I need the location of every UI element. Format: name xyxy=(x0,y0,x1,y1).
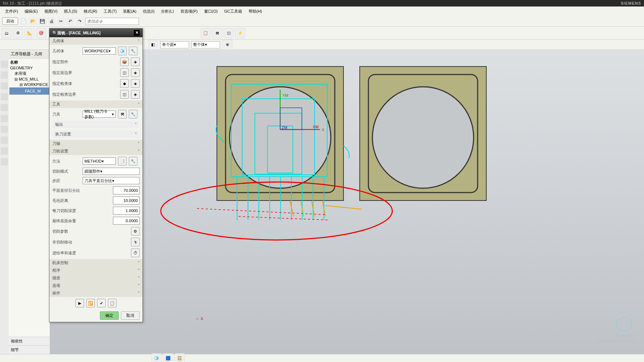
save-icon[interactable]: 💾 xyxy=(38,17,46,25)
toolchange-subheader[interactable]: 换刀设置˅ xyxy=(52,130,140,138)
status-icon2[interactable]: 🟦 xyxy=(163,353,173,362)
menu-tools[interactable]: 工具(T) xyxy=(101,8,119,15)
print-icon[interactable]: 🖨 xyxy=(48,17,56,25)
machining-feature-navigator-icon[interactable] xyxy=(1,158,8,165)
snap-point-icon[interactable]: ⊕ xyxy=(222,40,232,50)
launch-button[interactable]: 启动 xyxy=(2,17,18,25)
menu-analysis[interactable]: 分析(L) xyxy=(158,8,176,15)
section-program[interactable]: 程序˅ xyxy=(49,267,143,274)
tool-select[interactable]: MILL (铣刀-5 参数) ▾ xyxy=(83,111,116,118)
edit-method-icon[interactable]: 📑 xyxy=(118,157,127,165)
specify-face-boundary-label: 指定面边界 xyxy=(52,70,80,76)
tab-dependencies[interactable]: 相依性 xyxy=(9,337,50,345)
generate-icon[interactable]: ▶ xyxy=(75,299,84,307)
machine-tool-view-icon[interactable]: ⚙ xyxy=(13,28,23,38)
status-icon1[interactable]: 🧊 xyxy=(152,353,162,362)
process-studio-icon[interactable] xyxy=(1,137,8,144)
create-operation-icon[interactable]: ⚡ xyxy=(235,28,245,38)
redo-icon[interactable]: ↷ xyxy=(76,17,84,25)
percent-input[interactable] xyxy=(113,186,140,194)
menu-file[interactable]: 文件(F) xyxy=(2,8,21,15)
depth-per-cut-input[interactable] xyxy=(113,207,140,215)
replay-icon[interactable]: 🔁 xyxy=(86,299,95,307)
display-check-icon[interactable]: ◈ xyxy=(131,79,140,88)
ok-button[interactable]: 确定 xyxy=(100,311,119,320)
menu-assembly[interactable]: 装配(A) xyxy=(120,8,139,15)
cut-icon[interactable]: ✂ xyxy=(57,17,65,25)
selection-filter-select[interactable]: 整个体 ▾ xyxy=(191,41,220,48)
status-icon3[interactable]: 🧮 xyxy=(175,353,185,362)
select-face-boundary-icon[interactable]: ◫ xyxy=(120,68,129,77)
undo-icon[interactable]: ↶ xyxy=(66,17,74,25)
select-check-icon[interactable]: ◆ xyxy=(120,79,129,88)
machining-wizard-icon[interactable] xyxy=(1,147,8,155)
stepover-select[interactable]: 刀具平直百分比 ▾ xyxy=(83,177,140,184)
search-command-input[interactable] xyxy=(85,18,139,25)
display-geometry-icon[interactable]: 🔧 xyxy=(129,47,137,55)
geometry-body-select[interactable]: WORKPIECE ▾ xyxy=(83,47,116,55)
edit-geometry-icon[interactable]: 🧊 xyxy=(118,47,127,55)
cancel-button[interactable]: 取消 xyxy=(121,311,140,320)
menu-preferences[interactable]: 首选项(P) xyxy=(178,8,201,15)
assembly-navigator-icon[interactable] xyxy=(1,72,8,79)
display-face-boundary-icon[interactable]: ◈ xyxy=(131,68,140,77)
tree-unused[interactable]: 未用项 xyxy=(9,70,49,77)
program-order-view-icon[interactable]: 🗂 xyxy=(1,28,12,38)
tree-geometry-root[interactable]: GEOMETRY xyxy=(9,65,49,70)
reuse-library-icon[interactable] xyxy=(1,82,8,90)
section-options[interactable]: 选项˅ xyxy=(49,282,143,289)
menu-format[interactable]: 格式(R) xyxy=(81,8,100,15)
dialog-titlebar[interactable]: 🔍 面铣 - [FACE_MILLING] ✕ xyxy=(49,29,143,37)
tree-face-milling[interactable]: FACE_M xyxy=(9,87,49,95)
geometry-view-icon[interactable]: 📐 xyxy=(25,28,35,38)
select-part-icon[interactable]: 📦 xyxy=(120,57,129,66)
menu-window[interactable]: 窗口(O) xyxy=(201,8,221,15)
tree-workpiece[interactable]: ⊟ WORKPIECE xyxy=(9,82,49,87)
system-scenes-icon[interactable] xyxy=(1,126,8,133)
section-tool-header[interactable]: 工具˄ xyxy=(49,100,143,108)
roles-icon[interactable] xyxy=(1,104,8,111)
method-select[interactable]: METHOD ▾ xyxy=(83,158,116,165)
menu-view[interactable]: 视图(V) xyxy=(41,8,61,15)
close-icon[interactable]: ✕ xyxy=(134,30,140,36)
create-geometry-icon[interactable]: ◫ xyxy=(224,28,234,38)
section-axis-header[interactable]: 刀轴˅ xyxy=(49,140,143,147)
menu-edit[interactable]: 编辑(E) xyxy=(22,8,41,15)
menu-help[interactable]: 帮助(H) xyxy=(246,8,265,15)
open-icon[interactable]: 📂 xyxy=(29,17,37,25)
create-program-icon[interactable]: 📋 xyxy=(201,28,211,38)
new-tool-icon[interactable]: 🛠 xyxy=(118,110,127,118)
section-geometry-header[interactable]: 几何体˄ xyxy=(49,37,143,45)
section-machine-control[interactable]: 机床控制˅ xyxy=(49,259,143,267)
section-description[interactable]: 描述˅ xyxy=(49,274,143,282)
menu-insert[interactable]: 插入(S) xyxy=(61,8,80,15)
new-icon[interactable]: 📄 xyxy=(19,17,27,25)
display-method-icon[interactable]: 🔧 xyxy=(129,157,137,165)
noncut-moves-icon[interactable]: ↯ xyxy=(131,238,140,246)
blank-dist-input[interactable] xyxy=(113,197,140,204)
display-part-icon[interactable]: ◈ xyxy=(131,57,140,66)
tab-details[interactable]: 细节 xyxy=(9,345,50,354)
edit-tool-icon[interactable]: 🔧 xyxy=(129,110,137,118)
selection-scope-select[interactable]: 单个面 ▾ xyxy=(160,41,189,48)
section-actions[interactable]: 操作˄ xyxy=(49,289,143,297)
history-icon[interactable] xyxy=(1,93,8,100)
machining-method-view-icon[interactable]: 🎯 xyxy=(36,28,46,38)
part-navigator-icon[interactable] xyxy=(1,61,8,68)
verify-icon[interactable]: ✔ xyxy=(97,299,106,307)
floor-stock-input[interactable] xyxy=(113,217,140,225)
feeds-speeds-icon[interactable]: ⏱ xyxy=(131,249,140,257)
display-check-boundary-icon[interactable]: ◈ xyxy=(131,90,140,99)
internet-explorer-icon[interactable] xyxy=(1,115,8,122)
cut-pattern-select[interactable]: 跟随部件 ▾ xyxy=(83,168,140,175)
cut-params-icon[interactable]: ⚙ xyxy=(131,227,140,236)
select-check-boundary-icon[interactable]: ◫ xyxy=(120,90,129,99)
list-icon[interactable]: 📋 xyxy=(108,299,117,307)
create-tool-icon[interactable]: 🛠 xyxy=(212,28,222,38)
menu-info[interactable]: 信息(I) xyxy=(140,8,157,15)
section-path-header[interactable]: 刀轨设置˄ xyxy=(49,147,143,155)
menu-gctoolbox[interactable]: GC工具箱 xyxy=(221,8,245,15)
tree-mcs-mill[interactable]: ⊟ MCS_MILL xyxy=(9,77,49,82)
type-filter-icon[interactable]: ◧ xyxy=(148,40,158,50)
output-subheader[interactable]: 输出˅ xyxy=(52,121,140,128)
